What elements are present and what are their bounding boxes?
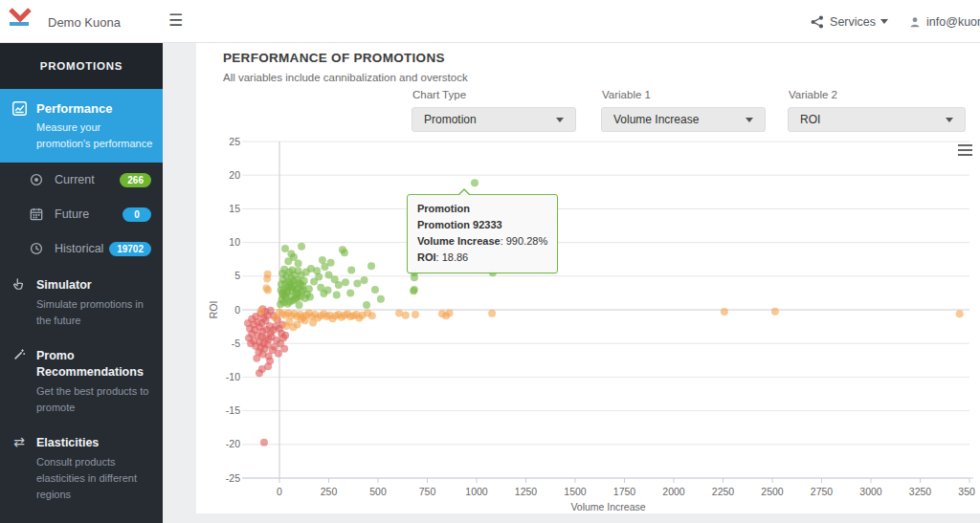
data-point-positive[interactable] — [297, 280, 304, 288]
y-tick-label: -20 — [226, 438, 240, 449]
data-point-neutral[interactable] — [289, 323, 297, 331]
data-point-positive[interactable] — [293, 294, 301, 301]
page-subtitle: All variables include cannibalization an… — [223, 72, 468, 83]
data-point-negative[interactable] — [260, 439, 268, 447]
chevron-down-icon — [746, 118, 753, 122]
data-point-positive[interactable] — [284, 257, 292, 265]
data-point-positive[interactable] — [327, 259, 335, 267]
data-point-positive[interactable] — [281, 280, 289, 288]
data-point-positive[interactable] — [363, 301, 370, 309]
sidebar-item-label: Elasticities — [36, 435, 151, 450]
chart-context-menu-icon[interactable] — [955, 141, 976, 160]
data-point-neutral[interactable] — [256, 307, 264, 315]
data-point-neutral[interactable] — [309, 318, 317, 326]
data-point-positive[interactable] — [280, 298, 288, 306]
data-point-neutral[interactable] — [412, 311, 419, 318]
data-point-positive[interactable] — [306, 294, 314, 301]
data-point-positive[interactable] — [361, 276, 368, 284]
data-point-neutral[interactable] — [956, 310, 964, 317]
data-point-positive[interactable] — [310, 277, 318, 285]
variable2-label: Variable 2 — [789, 89, 837, 100]
data-point-positive[interactable] — [346, 289, 354, 296]
data-point-positive[interactable] — [471, 179, 479, 186]
sidebar-item-current[interactable]: Current 266 — [0, 163, 163, 197]
data-point-positive[interactable] — [281, 245, 289, 252]
chart-canvas[interactable]: -25-20-15-10-505101520250250500750100012… — [204, 134, 975, 516]
sidebar-item-simulator[interactable]: Simulator Simulate promotions in the fut… — [0, 266, 163, 337]
x-tick-label: 3500 — [958, 486, 975, 497]
data-point-positive[interactable] — [342, 278, 349, 286]
data-point-positive[interactable] — [371, 286, 379, 294]
data-point-negative[interactable] — [244, 319, 252, 327]
variable1-value: Volume Increase — [613, 113, 699, 126]
data-point-positive[interactable] — [347, 266, 355, 273]
data-point-positive[interactable] — [320, 290, 327, 297]
tooltip-series: Promotion — [417, 201, 547, 217]
variable2-select[interactable]: ROI — [788, 107, 966, 132]
x-tick-label: 2000 — [662, 486, 685, 497]
sidebar-item-performance[interactable]: Performance Measure your promotion's per… — [0, 89, 163, 163]
services-menu[interactable]: Services — [811, 15, 888, 29]
data-point-positive[interactable] — [283, 287, 291, 294]
data-point-neutral[interactable] — [264, 287, 272, 294]
y-tick-label: 25 — [229, 136, 240, 147]
data-point-neutral[interactable] — [446, 310, 454, 317]
services-icon — [811, 15, 824, 29]
data-point-positive[interactable] — [333, 292, 341, 299]
brand[interactable]: Demo Kuona — [8, 7, 33, 30]
simulator-hand-icon — [11, 277, 27, 291]
variable1-label: Variable 1 — [602, 89, 651, 100]
arrows-exchange-icon: ⇄ — [11, 435, 27, 448]
x-tick-label: 1250 — [515, 486, 538, 497]
data-point-neutral[interactable] — [721, 308, 728, 316]
sidebar-item-label: Current — [55, 173, 95, 186]
y-tick-label: 10 — [229, 236, 240, 248]
chart-type-select[interactable]: Promotion — [412, 107, 576, 132]
x-tick-label: 1750 — [613, 486, 636, 497]
hamburger-icon[interactable]: ☰ — [168, 11, 183, 32]
data-point-neutral[interactable] — [263, 275, 271, 283]
x-tick-label: 2250 — [712, 486, 735, 497]
data-point-neutral[interactable] — [272, 314, 279, 321]
sidebar-item-promo-recommendations[interactable]: Promo Recommendations Get the best produ… — [0, 337, 163, 424]
data-point-positive[interactable] — [295, 267, 302, 274]
data-point-positive[interactable] — [319, 256, 326, 264]
scatter-chart[interactable]: -25-20-15-10-505101520250250500750100012… — [204, 134, 975, 516]
variable1-select[interactable]: Volume Increase — [601, 107, 766, 132]
data-point-neutral[interactable] — [402, 312, 410, 319]
data-point-negative[interactable] — [280, 345, 288, 353]
data-point-neutral[interactable] — [395, 310, 403, 317]
brand-name: Demo Kuona — [48, 15, 121, 30]
data-point-positive[interactable] — [295, 259, 302, 267]
chevron-down-icon — [880, 19, 888, 24]
data-point-negative[interactable] — [253, 355, 260, 362]
data-point-negative[interactable] — [266, 358, 274, 365]
data-point-neutral[interactable] — [282, 322, 290, 330]
data-point-positive[interactable] — [410, 287, 417, 294]
data-point-neutral[interactable] — [298, 316, 305, 323]
data-point-positive[interactable] — [280, 266, 288, 273]
sidebar-item-clusters[interactable]: Clusters — [0, 514, 163, 523]
data-point-positive[interactable] — [411, 273, 418, 281]
data-point-neutral[interactable] — [771, 308, 779, 316]
user-menu[interactable]: info@kuon — [909, 15, 980, 29]
data-point-positive[interactable] — [377, 295, 385, 303]
data-point-positive[interactable] — [298, 243, 305, 251]
data-point-positive[interactable] — [368, 262, 375, 270]
data-point-positive[interactable] — [296, 301, 303, 309]
data-point-positive[interactable] — [353, 280, 361, 288]
data-point-positive[interactable] — [287, 251, 295, 258]
sidebar-item-label: Simulator — [36, 277, 151, 293]
data-point-positive[interactable] — [289, 277, 297, 285]
data-point-neutral[interactable] — [368, 312, 376, 319]
sidebar-item-future[interactable]: Future 0 — [0, 197, 163, 231]
sidebar-item-historical[interactable]: Historical 19702 — [0, 231, 163, 266]
data-point-negative[interactable] — [245, 335, 253, 342]
data-point-neutral[interactable] — [488, 310, 496, 317]
data-point-positive[interactable] — [335, 281, 343, 289]
data-point-negative[interactable] — [258, 365, 266, 373]
sidebar-item-elasticities[interactable]: ⇄ Elasticities Consult products elastici… — [0, 424, 163, 511]
data-point-negative[interactable] — [281, 332, 289, 339]
user-email: info@kuon — [926, 15, 980, 29]
data-point-positive[interactable] — [341, 249, 348, 256]
